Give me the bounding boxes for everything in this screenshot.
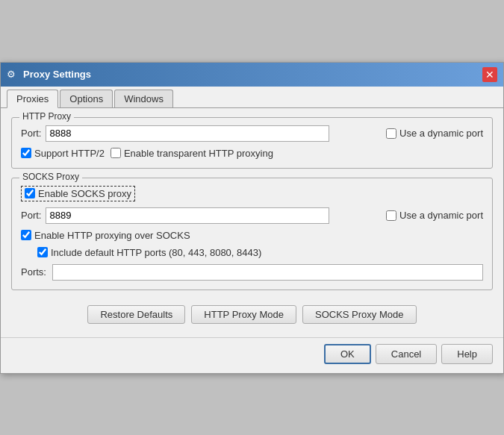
help-button[interactable]: Help — [441, 344, 493, 364]
support-http2-checkbox[interactable] — [21, 148, 31, 158]
include-defaults-label[interactable]: Include default HTTP ports (80, 443, 808… — [37, 247, 261, 258]
include-defaults-text: Include default HTTP ports (80, 443, 808… — [51, 247, 261, 258]
socks-port-label: Port: — [21, 210, 41, 221]
enable-socks-row: Enable SOCKS proxy — [21, 186, 483, 201]
transparent-proxy-checkbox[interactable] — [111, 148, 121, 158]
http-port-input[interactable] — [46, 125, 329, 142]
content-area: HTTP Proxy Port: Use a dynamic port Supp… — [1, 108, 503, 337]
proxy-settings-window: ⚙ Proxy Settings ✕ Proxies Options Windo… — [0, 62, 504, 374]
socks-port-row: Port: Use a dynamic port — [21, 207, 483, 224]
tab-windows[interactable]: Windows — [114, 90, 173, 107]
http-over-socks-text: Enable HTTP proxying over SOCKS — [34, 230, 190, 241]
http-proxy-group: HTTP Proxy Port: Use a dynamic port Supp… — [11, 117, 493, 169]
http-proxy-title: HTTP Proxy — [19, 111, 74, 122]
support-http2-label[interactable]: Support HTTP/2 — [21, 148, 105, 159]
http-dynamic-port-label[interactable]: Use a dynamic port — [386, 128, 483, 139]
http-dynamic-port-text: Use a dynamic port — [399, 128, 483, 139]
http-over-socks-label[interactable]: Enable HTTP proxying over SOCKS — [21, 230, 190, 241]
include-defaults-checkbox[interactable] — [37, 247, 48, 257]
ports-label: Ports: — [21, 266, 46, 278]
http-over-socks-row: Enable HTTP proxying over SOCKS — [21, 230, 483, 241]
socks-dynamic-port-text: Use a dynamic port — [399, 210, 483, 221]
title-bar-left: ⚙ Proxy Settings — [7, 69, 91, 81]
support-http2-text: Support HTTP/2 — [34, 148, 105, 159]
socks-dynamic-port-checkbox[interactable] — [386, 210, 396, 221]
cancel-button[interactable]: Cancel — [376, 344, 437, 364]
ports-input[interactable] — [52, 264, 483, 281]
socks-proxy-mode-button[interactable]: SOCKS Proxy Mode — [302, 305, 417, 324]
title-bar: ⚙ Proxy Settings ✕ — [1, 63, 503, 87]
tab-proxies[interactable]: Proxies — [7, 90, 58, 108]
transparent-proxy-label[interactable]: Enable transparent HTTP proxying — [111, 148, 273, 159]
enable-socks-text: Enable SOCKS proxy — [38, 188, 131, 199]
enable-socks-label[interactable]: Enable SOCKS proxy — [21, 186, 135, 201]
enable-socks-checkbox[interactable] — [25, 188, 35, 198]
http-port-row: Port: Use a dynamic port — [21, 125, 483, 142]
ports-row: Ports: — [21, 264, 483, 281]
socks-proxy-group: SOCKS Proxy Enable SOCKS proxy Port: Use… — [11, 178, 493, 290]
ok-button[interactable]: OK — [324, 344, 371, 364]
tab-bar: Proxies Options Windows — [1, 87, 503, 108]
bottom-button-row: OK Cancel Help — [1, 337, 503, 373]
http-options-row: Support HTTP/2 Enable transparent HTTP p… — [21, 148, 483, 159]
close-button[interactable]: ✕ — [482, 67, 497, 82]
socks-port-input[interactable] — [46, 207, 329, 224]
middle-button-row: Restore Defaults HTTP Proxy Mode SOCKS P… — [11, 299, 493, 328]
restore-defaults-button[interactable]: Restore Defaults — [87, 305, 185, 324]
http-proxy-mode-button[interactable]: HTTP Proxy Mode — [191, 305, 296, 324]
window-title: Proxy Settings — [23, 69, 91, 80]
http-over-socks-checkbox[interactable] — [21, 230, 31, 240]
socks-proxy-title: SOCKS Proxy — [19, 172, 82, 182]
include-defaults-row: Include default HTTP ports (80, 443, 808… — [37, 247, 483, 258]
http-port-label: Port: — [21, 128, 41, 139]
http-dynamic-port-checkbox[interactable] — [386, 128, 396, 139]
transparent-proxy-text: Enable transparent HTTP proxying — [124, 148, 273, 159]
window-icon: ⚙ — [7, 69, 19, 81]
tab-options[interactable]: Options — [60, 90, 113, 107]
socks-dynamic-port-label[interactable]: Use a dynamic port — [386, 210, 483, 221]
